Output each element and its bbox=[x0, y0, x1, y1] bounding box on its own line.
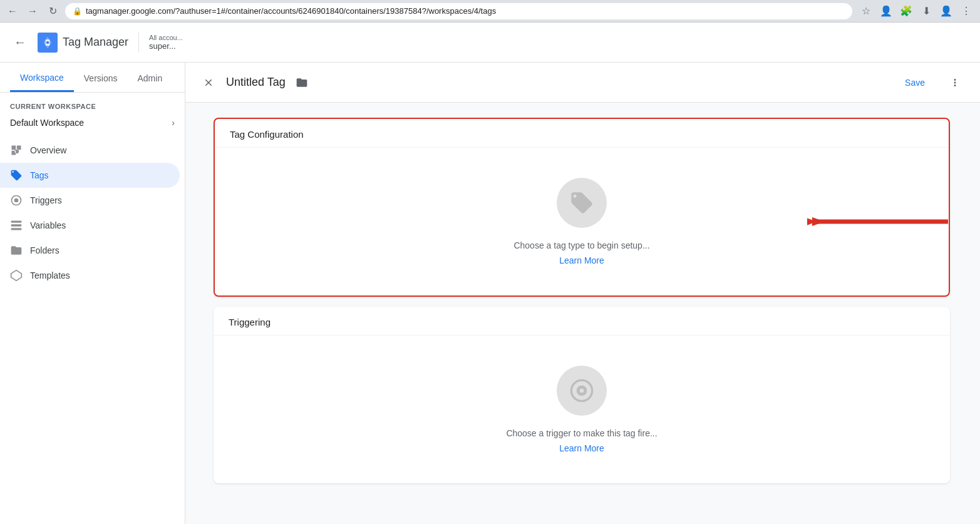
triggering-header: Triggering bbox=[214, 307, 950, 336]
gtm-logo bbox=[38, 33, 58, 53]
extension-btn[interactable]: 🧩 bbox=[897, 3, 915, 20]
svg-point-2 bbox=[46, 41, 49, 44]
workspace-item[interactable]: Default Workspace › bbox=[0, 113, 185, 133]
tags-list-area: Tags N... C... L... bbox=[185, 63, 980, 524]
tag-config-placeholder-icon bbox=[557, 178, 607, 228]
tag-editor: Untitled Tag Save Tag Confi bbox=[185, 63, 980, 524]
folder-button[interactable] bbox=[293, 74, 311, 91]
folders-icon bbox=[10, 244, 23, 257]
triggering-section: Triggering Choose a trigger to make this… bbox=[214, 307, 950, 483]
red-arrow-svg bbox=[807, 203, 950, 240]
header-actions: Save bbox=[890, 73, 965, 93]
profile-btn[interactable]: 👤 bbox=[877, 3, 895, 20]
save-button[interactable]: Save bbox=[890, 73, 940, 93]
chevron-right-icon: › bbox=[172, 118, 175, 128]
main-layout: Workspace Versions Admin CURRENT WORKSPA… bbox=[0, 63, 980, 524]
svg-point-4 bbox=[14, 198, 19, 203]
tag-config-header: Tag Configuration bbox=[215, 119, 949, 148]
tag-config-learn-more[interactable]: Learn More bbox=[559, 255, 604, 265]
workspace-section-label: CURRENT WORKSPACE bbox=[0, 93, 185, 113]
close-button[interactable] bbox=[199, 73, 219, 93]
browser-back-btn[interactable]: ← bbox=[5, 4, 20, 19]
tag-editor-header: Untitled Tag Save bbox=[185, 63, 980, 103]
tag-config-placeholder-text: Choose a tag type to begin setup... bbox=[513, 240, 649, 250]
sidebar-item-tags[interactable]: Tags bbox=[0, 163, 180, 188]
app-container: ← Tag Manager All accou... super... Work… bbox=[0, 23, 980, 524]
svg-rect-5 bbox=[11, 221, 22, 223]
sidebar-item-label-overview: Overview bbox=[30, 145, 66, 155]
address-bar[interactable]: 🔒 tagmanager.google.com/?authuser=1#/con… bbox=[65, 3, 852, 19]
triggering-body[interactable]: Choose a trigger to make this tag fire..… bbox=[214, 336, 950, 483]
trigger-placeholder-icon bbox=[557, 366, 607, 416]
sidebar-item-folders[interactable]: Folders bbox=[0, 238, 180, 263]
browser-menu-btn[interactable]: ⋮ bbox=[957, 3, 975, 20]
svg-rect-7 bbox=[11, 228, 22, 230]
sidebar-item-variables[interactable]: Variables bbox=[0, 213, 180, 238]
account-prefix: All accou... bbox=[149, 34, 183, 41]
tag-config-body[interactable]: Choose a tag type to begin setup... Lear… bbox=[215, 148, 949, 295]
tab-admin[interactable]: Admin bbox=[127, 73, 172, 92]
triggers-icon bbox=[10, 194, 23, 207]
nav-tabs: Workspace Versions Admin bbox=[0, 63, 185, 93]
sidebar-item-label-folders: Folders bbox=[30, 245, 59, 255]
svg-marker-8 bbox=[11, 270, 22, 281]
more-options-button[interactable] bbox=[945, 73, 965, 93]
lock-icon: 🔒 bbox=[73, 7, 82, 16]
red-arrow-svg bbox=[812, 206, 950, 237]
browser-actions: ☆ 👤 🧩 ⬇ 👤 ⋮ bbox=[857, 3, 975, 20]
svg-point-16 bbox=[580, 389, 584, 393]
workspace-name: Default Workspace bbox=[10, 118, 84, 128]
bookmark-btn[interactable]: ☆ bbox=[857, 3, 875, 20]
templates-icon bbox=[10, 269, 23, 282]
app-title: Tag Manager bbox=[63, 36, 128, 49]
sidebar-nav: Overview Tags Triggers bbox=[0, 133, 185, 524]
sidebar-item-label-variables: Variables bbox=[30, 220, 66, 230]
sidebar-item-label-tags: Tags bbox=[30, 170, 49, 180]
sidebar-item-templates[interactable]: Templates bbox=[0, 263, 180, 288]
browser-chrome: ← → ↻ 🔒 tagmanager.google.com/?authuser=… bbox=[0, 0, 980, 23]
account-name: super... bbox=[149, 41, 183, 51]
browser-reload-btn[interactable]: ↻ bbox=[45, 4, 60, 19]
download-btn[interactable]: ⬇ bbox=[917, 3, 935, 20]
variables-icon bbox=[10, 219, 23, 232]
sidebar: Workspace Versions Admin CURRENT WORKSPA… bbox=[0, 63, 185, 524]
sidebar-item-triggers[interactable]: Triggers bbox=[0, 188, 180, 213]
triggering-placeholder-text: Choose a trigger to make this tag fire..… bbox=[506, 428, 657, 438]
app-back-btn[interactable]: ← bbox=[10, 33, 30, 53]
sidebar-item-label-templates: Templates bbox=[30, 270, 70, 280]
url-text: tagmanager.google.com/?authuser=1#/conta… bbox=[86, 6, 496, 16]
triggering-learn-more[interactable]: Learn More bbox=[559, 443, 604, 453]
sidebar-item-overview[interactable]: Overview bbox=[0, 138, 180, 163]
tag-editor-content: Tag Configuration bbox=[185, 103, 980, 524]
account-btn[interactable]: 👤 bbox=[937, 3, 955, 20]
tags-icon bbox=[10, 169, 23, 182]
tab-workspace[interactable]: Workspace bbox=[10, 73, 74, 92]
logo-area: Tag Manager bbox=[38, 33, 128, 53]
sidebar-item-label-triggers: Triggers bbox=[30, 195, 62, 205]
app-header: ← Tag Manager All accou... super... bbox=[0, 23, 980, 63]
browser-forward-btn[interactable]: → bbox=[25, 4, 40, 19]
svg-rect-6 bbox=[11, 224, 22, 226]
tag-title: Untitled Tag bbox=[226, 76, 286, 89]
tab-versions[interactable]: Versions bbox=[74, 73, 128, 92]
tag-config-section: Tag Configuration bbox=[214, 118, 950, 297]
account-breadcrumb: All accou... super... bbox=[149, 34, 183, 51]
overview-icon bbox=[10, 144, 23, 157]
red-arrow-annotation bbox=[812, 206, 950, 237]
